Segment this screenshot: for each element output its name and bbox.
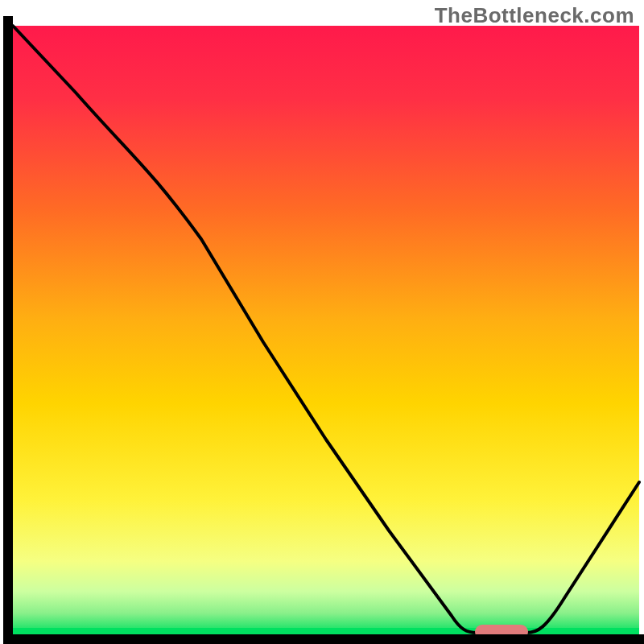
chart-svg	[0, 0, 644, 644]
watermark-text: TheBottleneck.com	[435, 3, 634, 28]
gradient-background	[13, 26, 639, 634]
green-baseline-strip	[13, 628, 639, 634]
plot-area	[8, 21, 644, 639]
chart-container: TheBottleneck.com	[0, 0, 644, 644]
